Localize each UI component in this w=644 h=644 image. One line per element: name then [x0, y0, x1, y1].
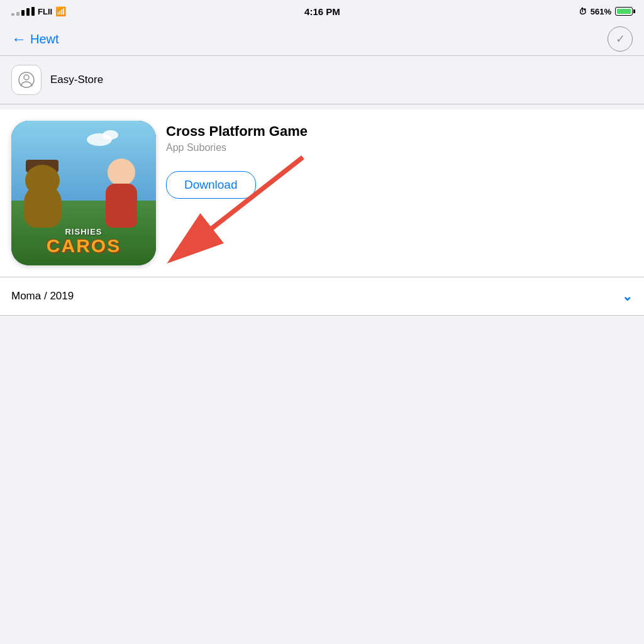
app-row: RISHIES CAROS Cross Platform Game App Su…: [0, 109, 644, 277]
cloud-2: [103, 130, 118, 140]
status-time: 4:16 PM: [304, 6, 340, 17]
status-right: ⏱ 561%: [579, 7, 633, 16]
app-subtitle: App Subories: [166, 142, 633, 153]
battery-percent: 561%: [591, 7, 611, 16]
game-title-overlay: RISHIES CAROS: [11, 227, 156, 255]
app-icon-container: RISHIES CAROS: [11, 121, 156, 265]
timer-icon: ⏱: [579, 7, 587, 16]
svg-point-1: [24, 75, 29, 80]
caros-text: CAROS: [11, 236, 156, 255]
checkmark-icon: ✓: [616, 32, 625, 46]
back-button[interactable]: ← Hewt: [11, 31, 59, 47]
download-button[interactable]: Download: [166, 171, 256, 199]
easy-store-label: Easy-Store: [50, 74, 103, 86]
bottom-divider: [0, 315, 644, 316]
version-label: Moma / 2019: [11, 290, 74, 303]
battery-indicator: [615, 7, 633, 16]
easy-store-row: Easy-Store: [0, 56, 644, 104]
chevron-down-icon[interactable]: ⌄: [622, 289, 633, 304]
version-row[interactable]: Moma / 2019 ⌄: [0, 277, 644, 315]
girl-head: [108, 158, 135, 186]
app-icon-art: RISHIES CAROS: [11, 121, 156, 265]
status-left: FLII 📶: [11, 6, 66, 16]
checkmark-circle-button[interactable]: ✓: [608, 26, 633, 52]
wifi-icon: 📶: [55, 6, 66, 16]
app-name: Cross Platform Game: [166, 123, 633, 140]
girl-body: [106, 184, 137, 228]
app-row-wrapper: RISHIES CAROS Cross Platform Game App Su…: [0, 109, 644, 277]
girl-character: [99, 158, 143, 228]
back-arrow-icon: ←: [11, 31, 26, 47]
bear-character: [18, 165, 68, 228]
carrier-label: FLII: [38, 7, 52, 16]
signal-icon: [11, 7, 35, 16]
section-divider: [0, 104, 644, 104]
back-label: Hewt: [30, 32, 59, 47]
nav-bar: ← Hewt ✓: [0, 23, 644, 55]
app-info: Cross Platform Game App Subories Downloa…: [166, 121, 633, 199]
person-circle-icon: [18, 71, 35, 89]
status-bar: FLII 📶 4:16 PM ⏱ 561%: [0, 0, 644, 23]
easy-store-icon: [11, 65, 42, 95]
bear-body: [24, 184, 62, 228]
app-icon: RISHIES CAROS: [11, 121, 156, 265]
content-area: RISHIES CAROS Cross Platform Game App Su…: [0, 109, 644, 316]
